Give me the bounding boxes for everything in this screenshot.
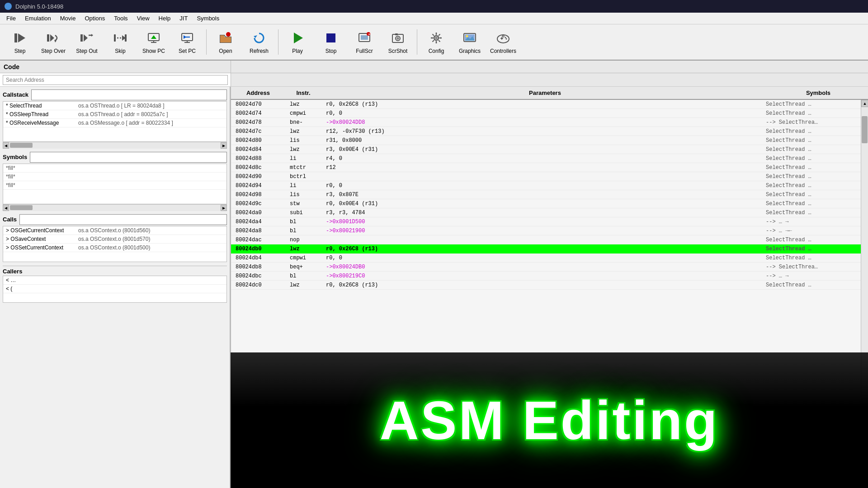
code-header: Code (0, 61, 231, 73)
callstack-input[interactable] (31, 89, 227, 100)
code-row[interactable]: 80024d7clwzr12, -0x7F30 (r13)SelectThrea… (231, 127, 861, 136)
menu-item-symbols[interactable]: Symbols (192, 14, 224, 23)
code-row[interactable]: 80024d90bctrlSelectThread … (231, 172, 861, 181)
show-pc-label: Show PC (142, 48, 165, 54)
symbols-list[interactable]: *fill* *fill* *fill* (3, 164, 227, 204)
code-row[interactable]: 80024dbcbl->0x800219C0--> … → (231, 272, 861, 281)
vscroll-up[interactable]: ▲ (861, 100, 868, 107)
code-row[interactable]: 80024dc0lwzr0, 0x26C8 (r13)SelectThread … (231, 281, 861, 290)
toolbar-sep-1 (206, 29, 207, 55)
svg-point-51 (497, 35, 509, 43)
callstack-list[interactable]: * SelectThread os.a OSThread.o [ LR = 80… (3, 101, 227, 142)
show-pc-button[interactable]: Show PC (137, 26, 170, 58)
code-symbol: SelectThread … (761, 174, 861, 180)
code-addr: 80024db0 (231, 246, 285, 252)
menu-item-view[interactable]: View (132, 14, 154, 23)
set-pc-button[interactable]: Set PC (171, 26, 203, 58)
refresh-button[interactable]: Refresh (243, 26, 275, 58)
svg-rect-0 (14, 33, 17, 42)
list-item[interactable]: *fill* (3, 164, 226, 173)
calls-input[interactable] (19, 214, 227, 225)
config-button[interactable]: Config (420, 26, 453, 58)
list-item[interactable]: > OSaveContext os.a OSContext.o (8001d57… (3, 235, 226, 244)
stop-button[interactable]: Stop (315, 26, 347, 58)
list-item[interactable]: *fill* (3, 173, 226, 181)
code-row[interactable]: 80024d84lwzr3, 0x00E4 (r31)SelectThread … (231, 145, 861, 154)
code-row[interactable]: 80024d80lisr31, 0x8000SelectThread … (231, 136, 861, 145)
svg-line-45 (439, 34, 440, 36)
symbols-scroll-left[interactable]: ◀ (3, 205, 9, 211)
config-icon (428, 30, 444, 46)
list-item[interactable]: * OSSleepThread os.a OSThread.o [ addr =… (3, 110, 226, 119)
menu-item-options[interactable]: Options (80, 14, 109, 23)
graphics-button[interactable]: Graphics (453, 26, 486, 58)
list-item[interactable]: < ( (3, 285, 226, 293)
vscroll-thumb[interactable] (862, 116, 868, 143)
svg-marker-16 (151, 35, 156, 39)
code-instr: lwz (285, 146, 321, 153)
svg-marker-26 (254, 35, 257, 38)
callstack-scroll-left[interactable]: ◀ (3, 142, 9, 149)
code-symbol: --> … → (761, 219, 861, 225)
code-table-header: Address Instr. Parameters Symbols (231, 87, 868, 100)
list-item[interactable]: * OSReceiveMessage os.a OSMessage.o [ ad… (3, 119, 226, 127)
callstack-scroll-right[interactable]: ▶ (221, 142, 227, 149)
code-addr: 80024d88 (231, 155, 285, 162)
code-row[interactable]: 80024da0subir3, r3, 4784SelectThread … (231, 208, 861, 217)
code-row[interactable]: 80024d8cmtctrr12SelectThread … (231, 163, 861, 172)
code-row[interactable]: 80024db8beq+->0x80024DB0--> SelectThrea… (231, 263, 861, 272)
code-row[interactable]: 80024d78bne-->0x80024DD8--> SelectThrea… (231, 118, 861, 127)
controllers-button[interactable]: Controllers (487, 26, 519, 58)
calls-label: Calls (3, 216, 17, 223)
code-row[interactable]: 80024d9cstwr0, 0x00E4 (r31)SelectThread … (231, 199, 861, 208)
callstack-label: Callstack (3, 91, 28, 98)
code-symbol: SelectThread … (761, 246, 861, 252)
calls-list[interactable]: > OSGetCurrentContext os.a OSContext.o (… (3, 226, 227, 262)
code-vscroll[interactable]: ▲ ▼ (861, 100, 868, 488)
symbols-input[interactable] (30, 152, 227, 163)
scrshot-button[interactable]: ScrShot (382, 26, 414, 58)
play-button[interactable]: Play (281, 26, 314, 58)
code-addr: 80024da4 (231, 219, 285, 225)
list-item[interactable]: > OSGetCurrentContext os.a OSContext.o (… (3, 226, 226, 235)
code-row[interactable]: 80024d98lisr3, 0x807ESelectThread … (231, 190, 861, 199)
code-row[interactable]: 80024da4bl->0x8001D500--> … → (231, 217, 861, 226)
callers-list[interactable]: < … < ( (3, 276, 227, 303)
menu-item-file[interactable]: File (2, 14, 20, 23)
code-table-body[interactable]: 80024d70lwzr0, 0x26C8 (r13)SelectThread … (231, 100, 861, 488)
menu-item-movie[interactable]: Movie (56, 14, 80, 23)
code-symbol: SelectThread … (761, 155, 861, 162)
code-row[interactable]: 80024d74cmpwir0, 0SelectThread … (231, 109, 861, 118)
code-row[interactable]: 80024da8bl->0x80021900--> … →← (231, 226, 861, 235)
step-button[interactable]: Step (4, 26, 36, 58)
code-row[interactable]: 80024d94lir0, 0SelectThread … (231, 181, 861, 190)
code-params: ->0x80021900 (321, 228, 761, 234)
code-addr: 80024d78 (231, 119, 285, 126)
svg-point-55 (506, 38, 507, 40)
menu-item-tools[interactable]: Tools (109, 14, 132, 23)
open-button[interactable]: Open (209, 26, 242, 58)
svg-marker-1 (18, 33, 25, 42)
step-out-button[interactable]: Step Out (71, 26, 103, 58)
vscroll-down[interactable]: ▼ (861, 481, 868, 488)
menu-item-jit[interactable]: JIT (175, 14, 192, 23)
skip-button[interactable]: Skip (104, 26, 137, 58)
code-view-wrapper: 80024d70lwzr0, 0x26C8 (r13)SelectThread … (231, 100, 868, 488)
code-params: ->0x8001D500 (321, 219, 761, 225)
fullscr-button[interactable]: ✦ FullScr (348, 26, 381, 58)
symbols-scroll-right[interactable]: ▶ (221, 205, 227, 211)
code-row[interactable]: 80024dacnopSelectThread … (231, 235, 861, 244)
list-item[interactable]: * SelectThread os.a OSThread.o [ LR = 80… (3, 102, 226, 110)
code-row[interactable]: 80024d70lwzr0, 0x26C8 (r13)SelectThread … (231, 100, 861, 109)
code-row[interactable]: 80024d88lir4, 0SelectThread … (231, 154, 861, 163)
search-address-input[interactable] (3, 75, 228, 85)
code-row[interactable]: 80024db4cmpwir0, 0SelectThread … (231, 253, 861, 263)
menu-item-help[interactable]: Help (154, 14, 175, 23)
list-item[interactable]: *fill* (3, 181, 226, 190)
menu-item-emulation[interactable]: Emulation (20, 14, 56, 23)
code-row[interactable]: 80024db0lwzr0, 0x26C8 (r13)SelectThread … (231, 244, 861, 253)
list-item[interactable]: > OSSetCurrentContext os.a OSContext.o (… (3, 244, 226, 252)
open-label: Open (219, 48, 232, 54)
step-over-button[interactable]: Step Over (37, 26, 70, 58)
list-item[interactable]: < … (3, 276, 226, 285)
